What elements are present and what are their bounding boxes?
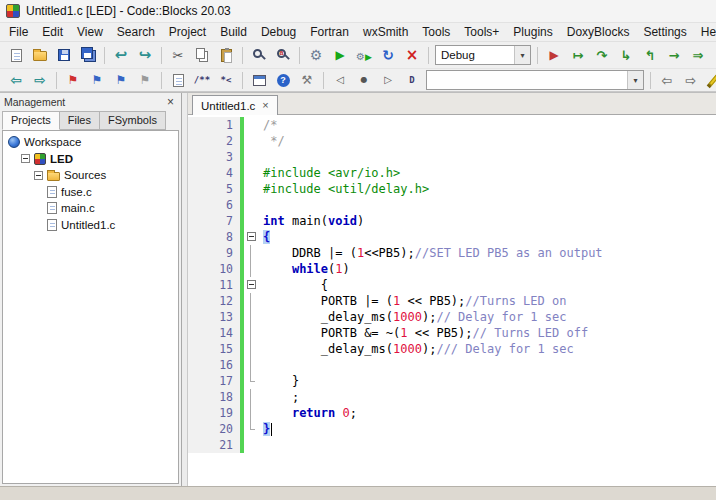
toggle-bookmark-button[interactable]: ⚑	[62, 70, 84, 91]
find-button[interactable]	[248, 45, 270, 66]
expander-icon[interactable]	[21, 154, 30, 163]
fold-collapse-icon[interactable]	[247, 280, 256, 289]
menu-item-file[interactable]: File	[2, 24, 35, 40]
doxyblocks-menu-button[interactable]: D	[401, 70, 423, 91]
line-number[interactable]: 19	[188, 405, 240, 421]
browse-marker-next-button[interactable]: ▷	[377, 70, 399, 91]
line-number[interactable]: 11	[188, 277, 240, 293]
debug-continue-button[interactable]: ▶	[543, 45, 565, 66]
copy-button[interactable]	[191, 45, 213, 66]
step-into-instruction-button[interactable]: ⇒	[687, 45, 709, 66]
menu-item-doxyblocks[interactable]: DoxyBlocks	[560, 24, 637, 40]
code-text[interactable]: while(1)	[258, 261, 350, 277]
code-text[interactable]: PORTB |= (1 << PB5);//Turns LED on	[258, 293, 566, 309]
doxy-line-comment-button[interactable]: *<	[215, 70, 237, 91]
line-number[interactable]: 3	[188, 149, 240, 165]
break-debugger-button[interactable]	[711, 45, 716, 66]
code-text[interactable]: }	[258, 421, 272, 437]
line-number[interactable]: 14	[188, 325, 240, 341]
line-number[interactable]: 21	[188, 437, 240, 453]
tab-close-icon[interactable]: ×	[262, 100, 268, 111]
line-number[interactable]: 1	[188, 117, 240, 133]
tab-projects[interactable]: Projects	[2, 111, 60, 130]
tree-item-fuse-c[interactable]: fuse.c	[3, 184, 178, 201]
line-number[interactable]: 10	[188, 261, 240, 277]
line-number[interactable]: 9	[188, 245, 240, 261]
next-bookmark-button[interactable]: ⚑	[110, 70, 132, 91]
open-file-button[interactable]	[29, 45, 51, 66]
code-text[interactable]	[258, 149, 263, 165]
menu-item-build[interactable]: Build	[213, 24, 254, 40]
code-text[interactable]: #include <util/delay.h>	[258, 181, 429, 197]
code-text[interactable]: _delay_ms(1000);/// Delay for 1 sec	[258, 341, 574, 357]
line-number[interactable]: 2	[188, 133, 240, 149]
line-number[interactable]: 6	[188, 197, 240, 213]
menu-item-search[interactable]: Search	[110, 24, 162, 40]
doxy-block-comment-button[interactable]: /**	[191, 70, 213, 91]
line-number[interactable]: 8	[188, 229, 240, 245]
new-file-button[interactable]	[5, 45, 27, 66]
line-number[interactable]: 12	[188, 293, 240, 309]
nav-forward-button[interactable]: ⇨	[29, 70, 51, 91]
code-text[interactable]	[258, 357, 263, 373]
tree-item-workspace[interactable]: Workspace	[3, 134, 178, 151]
cut-button[interactable]: ✂	[167, 45, 189, 66]
build-target-select[interactable]: Debug▾	[435, 45, 531, 65]
next-instruction-button[interactable]: →	[663, 45, 685, 66]
run-button[interactable]: ▶	[329, 45, 351, 66]
chevron-down-icon[interactable]: ▾	[514, 46, 530, 64]
menu-item-tools[interactable]: Tools+	[457, 24, 506, 40]
code-editor[interactable]: 1/*2 */34#include <avr/io.h>5#include <u…	[188, 115, 716, 486]
line-number[interactable]: 13	[188, 309, 240, 325]
browse-marker-button[interactable]: ●	[353, 70, 375, 91]
line-number[interactable]: 4	[188, 165, 240, 181]
menu-item-plugins[interactable]: Plugins	[506, 24, 559, 40]
replace-button[interactable]	[272, 45, 294, 66]
redo-button[interactable]: ↪	[134, 45, 156, 66]
fold-collapse-icon[interactable]	[247, 232, 256, 241]
menu-item-fortran[interactable]: Fortran	[303, 24, 356, 40]
line-number[interactable]: 20	[188, 421, 240, 437]
tree-item-main-c[interactable]: main.c	[3, 200, 178, 217]
menu-item-wxsmith[interactable]: wxSmith	[356, 24, 415, 40]
menu-item-edit[interactable]: Edit	[35, 24, 70, 40]
tree-item-untitled1-c[interactable]: Untitled1.c	[3, 217, 178, 234]
menu-item-debug[interactable]: Debug	[254, 24, 303, 40]
run-to-cursor-button[interactable]: ↦	[567, 45, 589, 66]
nav-back-button[interactable]: ⇦	[5, 70, 27, 91]
chevron-down-icon[interactable]: ▾	[627, 71, 643, 89]
code-text[interactable]: PORTB &= ~(1 << PB5);// Turns LED off	[258, 325, 588, 341]
save-file-button[interactable]	[53, 45, 75, 66]
abort-build-button[interactable]: ×	[401, 45, 423, 66]
build-button[interactable]: ⚙	[305, 45, 327, 66]
rebuild-button[interactable]: ↻	[377, 45, 399, 66]
build-and-run-button[interactable]	[353, 45, 375, 66]
line-number[interactable]: 17	[188, 373, 240, 389]
undo-button[interactable]: ↩	[110, 45, 132, 66]
tree-item-led[interactable]: LED	[3, 151, 178, 168]
prev-bookmark-button[interactable]: ⚑	[86, 70, 108, 91]
menu-item-tools[interactable]: Tools	[415, 24, 457, 40]
help-button[interactable]	[272, 70, 294, 91]
incremental-search[interactable]: ▾	[426, 70, 644, 90]
step-out-button[interactable]: ↰	[639, 45, 661, 66]
code-text[interactable]: */	[258, 133, 285, 149]
highlight-matches-button[interactable]	[704, 70, 716, 91]
save-all-files-button[interactable]	[77, 45, 99, 66]
expander-icon[interactable]	[34, 171, 43, 180]
code-text[interactable]: #include <avr/io.h>	[258, 165, 400, 181]
clear-bookmarks-button[interactable]: ⚑	[134, 70, 156, 91]
line-number[interactable]: 16	[188, 357, 240, 373]
show-dialog-button[interactable]	[248, 70, 270, 91]
menu-item-settings[interactable]: Settings	[636, 24, 693, 40]
menu-item-view[interactable]: View	[70, 24, 110, 40]
search-next-button[interactable]: ⇨	[680, 70, 702, 91]
tab-fsymbols[interactable]: FSymbols	[99, 111, 166, 130]
line-number[interactable]: 7	[188, 213, 240, 229]
tab-files[interactable]: Files	[59, 111, 100, 130]
line-number[interactable]: 18	[188, 389, 240, 405]
code-text[interactable]	[258, 197, 263, 213]
code-text[interactable]: {	[258, 277, 328, 293]
tree-item-sources[interactable]: Sources	[3, 167, 178, 184]
code-text[interactable]: }	[258, 373, 299, 389]
